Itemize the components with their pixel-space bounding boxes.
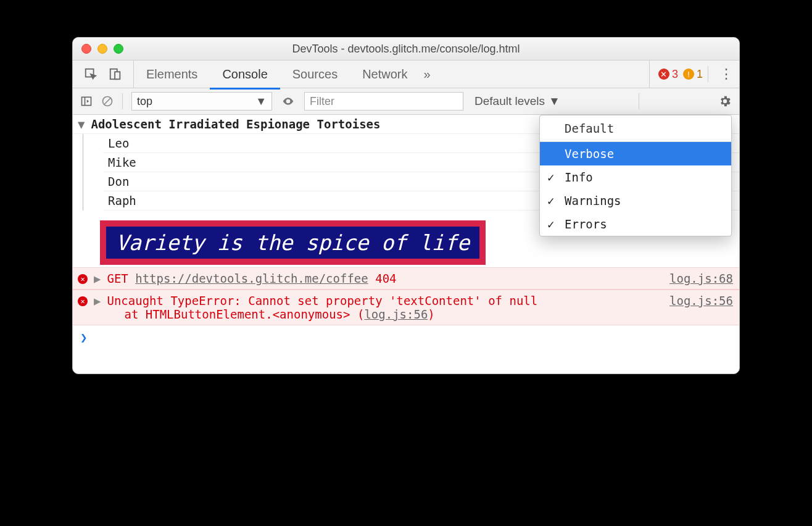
context-selector[interactable]: top ▼ xyxy=(131,92,272,111)
stack-source-link[interactable]: log.js:56 xyxy=(364,307,428,321)
console-prompt[interactable]: ❯ xyxy=(73,325,739,349)
warning-count: 1 xyxy=(697,68,703,81)
warning-icon: ! xyxy=(683,69,694,80)
svg-rect-2 xyxy=(115,72,120,79)
live-expression-eye-icon[interactable] xyxy=(281,95,296,107)
error-count: 3 xyxy=(672,68,678,81)
levels-menu-warnings[interactable]: ✓ Warnings xyxy=(540,189,731,212)
inspect-element-icon[interactable] xyxy=(84,67,97,81)
svg-line-6 xyxy=(104,98,110,104)
devtools-window: DevTools - devtools.glitch.me/console/lo… xyxy=(72,37,740,374)
tab-network[interactable]: Network xyxy=(350,61,420,88)
http-status: 404 xyxy=(375,272,396,285)
chevron-down-icon: ▼ xyxy=(549,94,560,108)
error-source-link[interactable]: log.js:56 xyxy=(669,294,733,307)
context-label: top xyxy=(137,95,152,108)
disclosure-triangle-icon: ▶ xyxy=(94,272,101,285)
menu-item-label: Info xyxy=(565,170,593,184)
levels-menu-info[interactable]: ✓ Info xyxy=(540,165,731,189)
tab-sources[interactable]: Sources xyxy=(280,61,350,88)
warning-count-badge[interactable]: ! 1 xyxy=(683,68,703,81)
chevron-down-icon: ▼ xyxy=(255,95,267,108)
group-title: Adolescent Irradiated Espionage Tortoise… xyxy=(91,117,380,131)
stack-suffix: ) xyxy=(428,307,434,321)
check-icon: ✓ xyxy=(547,170,554,184)
disclosure-triangle-icon: ▶ xyxy=(94,294,101,307)
clear-console-icon[interactable] xyxy=(101,95,114,107)
styled-log-text: Variety is the spice of life xyxy=(100,220,486,265)
error-message: Uncaught TypeError: Cannot set property … xyxy=(107,294,537,321)
device-toolbar-icon[interactable] xyxy=(109,67,122,81)
console-toolbar: top ▼ Filter Default levels ▼ xyxy=(73,88,739,115)
log-levels-dropdown[interactable]: Default levels ▼ xyxy=(474,94,560,108)
more-tabs-button[interactable]: » xyxy=(424,67,431,81)
minimize-window-button[interactable] xyxy=(97,44,107,54)
menu-item-label: Errors xyxy=(565,217,607,231)
console-error-row[interactable]: ✕ ▶ Uncaught TypeError: Cannot set prope… xyxy=(73,290,739,325)
zoom-window-button[interactable] xyxy=(114,44,123,54)
toggle-sidebar-icon[interactable] xyxy=(80,95,93,107)
error-icon: ✕ xyxy=(658,69,669,80)
levels-label: Default levels xyxy=(474,94,545,108)
filter-placeholder: Filter xyxy=(310,95,334,108)
check-icon: ✓ xyxy=(547,217,554,231)
error-source-link[interactable]: log.js:68 xyxy=(669,272,733,285)
check-icon: ✓ xyxy=(547,194,554,207)
filter-input[interactable]: Filter xyxy=(304,92,463,111)
separator xyxy=(122,93,123,109)
stack-frame: at HTMLButtonElement.<anonymous> (log.js… xyxy=(124,307,434,321)
traffic-lights xyxy=(81,44,123,54)
error-url-link[interactable]: https://devtools.glitch.me/coffee xyxy=(135,272,368,285)
error-icon: ✕ xyxy=(78,296,88,306)
levels-menu-errors[interactable]: ✓ Errors xyxy=(540,212,731,236)
menu-item-label: Warnings xyxy=(565,194,621,207)
disclosure-triangle-icon: ▼ xyxy=(78,117,85,131)
tab-console[interactable]: Console xyxy=(210,59,280,90)
error-message: GET https://devtools.glitch.me/coffee 40… xyxy=(107,272,396,285)
levels-menu-verbose[interactable]: Verbose xyxy=(540,142,731,165)
separator xyxy=(708,66,708,82)
window-title: DevTools - devtools.glitch.me/console/lo… xyxy=(73,43,739,56)
panel-tabs: Elements Console Sources Network » ✕ 3 !… xyxy=(73,61,739,88)
tab-list: Elements Console Sources Network » xyxy=(134,61,431,88)
log-levels-menu: Default Verbose ✓ Info ✓ Warnings ✓ Erro… xyxy=(539,115,732,236)
stack-prefix: at HTMLButtonElement.<anonymous> ( xyxy=(124,307,364,321)
titlebar: DevTools - devtools.glitch.me/console/lo… xyxy=(73,38,739,61)
http-method: GET xyxy=(107,272,128,285)
tab-elements[interactable]: Elements xyxy=(134,61,210,88)
settings-kebab-icon[interactable]: ⋮ xyxy=(719,66,733,82)
error-text: Uncaught TypeError: Cannot set property … xyxy=(107,294,537,307)
svg-rect-3 xyxy=(82,97,91,105)
menu-item-label: Verbose xyxy=(565,147,614,161)
close-window-button[interactable] xyxy=(81,44,91,54)
error-icon: ✕ xyxy=(78,274,88,284)
separator xyxy=(639,93,639,109)
console-output: Default Verbose ✓ Info ✓ Warnings ✓ Erro… xyxy=(73,115,739,374)
console-error-row[interactable]: ✕ ▶ GET https://devtools.glitch.me/coffe… xyxy=(73,267,739,290)
console-settings-gear-icon[interactable] xyxy=(718,94,732,108)
levels-menu-default[interactable]: Default xyxy=(540,115,731,142)
error-count-badge[interactable]: ✕ 3 xyxy=(658,68,678,81)
